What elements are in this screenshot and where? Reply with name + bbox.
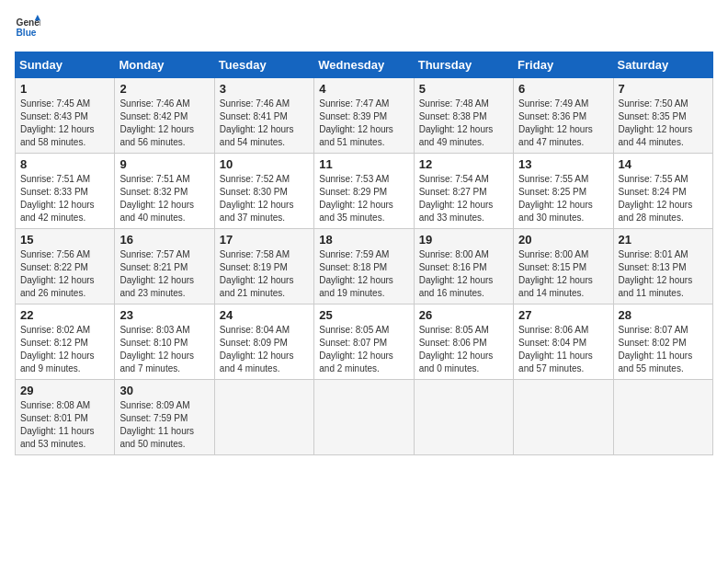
day-number: 2	[119, 82, 209, 96]
calendar-day-cell	[214, 380, 313, 455]
day-info: Sunrise: 8:00 AM Sunset: 8:15 PM Dayligh…	[518, 248, 608, 300]
calendar-week-row: 29 Sunrise: 8:08 AM Sunset: 8:01 PM Dayl…	[16, 380, 713, 455]
day-info: Sunrise: 7:48 AM Sunset: 8:38 PM Dayligh…	[419, 98, 508, 149]
day-info: Sunrise: 7:51 AM Sunset: 8:32 PM Dayligh…	[119, 173, 209, 224]
day-number: 7	[619, 82, 708, 96]
day-number: 27	[518, 308, 608, 322]
calendar-day-cell: 30 Sunrise: 8:09 AM Sunset: 7:59 PM Dayl…	[115, 380, 214, 455]
calendar-day-cell: 11 Sunrise: 7:53 AM Sunset: 8:29 PM Dayl…	[314, 154, 414, 229]
calendar-day-cell	[414, 380, 513, 455]
day-info: Sunrise: 7:56 AM Sunset: 8:22 PM Dayligh…	[20, 248, 109, 300]
calendar-day-cell: 13 Sunrise: 7:55 AM Sunset: 8:25 PM Dayl…	[514, 154, 613, 229]
day-info: Sunrise: 7:55 AM Sunset: 8:24 PM Dayligh…	[619, 173, 708, 224]
day-number: 26	[419, 308, 508, 322]
calendar-day-cell: 1 Sunrise: 7:45 AM Sunset: 8:43 PM Dayli…	[16, 78, 115, 154]
day-info: Sunrise: 7:54 AM Sunset: 8:27 PM Dayligh…	[419, 173, 508, 224]
day-info: Sunrise: 7:46 AM Sunset: 8:41 PM Dayligh…	[220, 98, 309, 149]
calendar-day-cell: 15 Sunrise: 7:56 AM Sunset: 8:22 PM Dayl…	[16, 229, 115, 304]
day-number: 24	[220, 308, 309, 322]
calendar-day-cell: 17 Sunrise: 7:58 AM Sunset: 8:19 PM Dayl…	[214, 229, 313, 304]
day-info: Sunrise: 7:51 AM Sunset: 8:33 PM Dayligh…	[20, 173, 109, 224]
day-number: 5	[419, 82, 508, 96]
calendar-week-row: 8 Sunrise: 7:51 AM Sunset: 8:33 PM Dayli…	[16, 154, 713, 229]
calendar-day-cell: 18 Sunrise: 7:59 AM Sunset: 8:18 PM Dayl…	[314, 229, 414, 304]
day-info: Sunrise: 7:55 AM Sunset: 8:25 PM Dayligh…	[518, 173, 608, 224]
day-info: Sunrise: 8:09 AM Sunset: 7:59 PM Dayligh…	[119, 399, 209, 451]
day-number: 19	[419, 233, 508, 247]
day-number: 12	[419, 157, 508, 171]
calendar-day-cell: 23 Sunrise: 8:03 AM Sunset: 8:10 PM Dayl…	[115, 304, 214, 380]
day-info: Sunrise: 7:57 AM Sunset: 8:21 PM Dayligh…	[119, 248, 209, 300]
logo: General Blue	[15, 15, 40, 40]
calendar-day-cell: 21 Sunrise: 8:01 AM Sunset: 8:13 PM Dayl…	[613, 229, 712, 304]
calendar-day-cell: 6 Sunrise: 7:49 AM Sunset: 8:36 PM Dayli…	[514, 78, 613, 154]
weekday-header-row: SundayMondayTuesdayWednesdayThursdayFrid…	[16, 52, 713, 78]
day-number: 15	[20, 233, 109, 247]
day-info: Sunrise: 7:49 AM Sunset: 8:36 PM Dayligh…	[518, 98, 608, 149]
weekday-header: Monday	[115, 52, 214, 78]
calendar-day-cell: 16 Sunrise: 7:57 AM Sunset: 8:21 PM Dayl…	[115, 229, 214, 304]
calendar-day-cell: 14 Sunrise: 7:55 AM Sunset: 8:24 PM Dayl…	[613, 154, 712, 229]
calendar-day-cell: 5 Sunrise: 7:48 AM Sunset: 8:38 PM Dayli…	[414, 78, 513, 154]
calendar-table: SundayMondayTuesdayWednesdayThursdayFrid…	[15, 52, 713, 455]
day-info: Sunrise: 8:02 AM Sunset: 8:12 PM Dayligh…	[20, 324, 109, 375]
calendar-day-cell: 26 Sunrise: 8:05 AM Sunset: 8:06 PM Dayl…	[414, 304, 513, 380]
calendar-day-cell: 20 Sunrise: 8:00 AM Sunset: 8:15 PM Dayl…	[514, 229, 613, 304]
day-number: 22	[20, 308, 109, 322]
day-number: 25	[319, 308, 408, 322]
day-number: 23	[119, 308, 209, 322]
day-info: Sunrise: 8:00 AM Sunset: 8:16 PM Dayligh…	[419, 248, 508, 300]
day-info: Sunrise: 7:58 AM Sunset: 8:19 PM Dayligh…	[220, 248, 309, 300]
day-info: Sunrise: 8:08 AM Sunset: 8:01 PM Dayligh…	[20, 399, 109, 451]
calendar-week-row: 22 Sunrise: 8:02 AM Sunset: 8:12 PM Dayl…	[16, 304, 713, 380]
weekday-header: Sunday	[16, 52, 115, 78]
day-info: Sunrise: 8:06 AM Sunset: 8:04 PM Dayligh…	[518, 324, 608, 375]
day-info: Sunrise: 8:07 AM Sunset: 8:02 PM Dayligh…	[619, 324, 708, 375]
day-info: Sunrise: 7:53 AM Sunset: 8:29 PM Dayligh…	[319, 173, 408, 224]
calendar-day-cell: 27 Sunrise: 8:06 AM Sunset: 8:04 PM Dayl…	[514, 304, 613, 380]
day-number: 4	[319, 82, 408, 96]
calendar-day-cell: 8 Sunrise: 7:51 AM Sunset: 8:33 PM Dayli…	[16, 154, 115, 229]
day-info: Sunrise: 8:04 AM Sunset: 8:09 PM Dayligh…	[220, 324, 309, 375]
day-number: 17	[220, 233, 309, 247]
svg-text:Blue: Blue	[17, 28, 37, 38]
day-number: 20	[518, 233, 608, 247]
page-header: General Blue	[15, 15, 713, 40]
calendar-day-cell: 24 Sunrise: 8:04 AM Sunset: 8:09 PM Dayl…	[214, 304, 313, 380]
calendar-day-cell: 22 Sunrise: 8:02 AM Sunset: 8:12 PM Dayl…	[16, 304, 115, 380]
day-number: 21	[619, 233, 708, 247]
day-info: Sunrise: 7:46 AM Sunset: 8:42 PM Dayligh…	[119, 98, 209, 149]
calendar-day-cell: 10 Sunrise: 7:52 AM Sunset: 8:30 PM Dayl…	[214, 154, 313, 229]
day-info: Sunrise: 7:47 AM Sunset: 8:39 PM Dayligh…	[319, 98, 408, 149]
calendar-day-cell: 19 Sunrise: 8:00 AM Sunset: 8:16 PM Dayl…	[414, 229, 513, 304]
day-number: 30	[119, 384, 209, 397]
day-info: Sunrise: 7:50 AM Sunset: 8:35 PM Dayligh…	[619, 98, 708, 149]
calendar-day-cell	[613, 380, 712, 455]
day-number: 28	[619, 308, 708, 322]
logo-icon: General Blue	[15, 15, 40, 40]
day-number: 16	[119, 233, 209, 247]
day-number: 14	[619, 157, 708, 171]
calendar-day-cell: 2 Sunrise: 7:46 AM Sunset: 8:42 PM Dayli…	[115, 78, 214, 154]
day-info: Sunrise: 8:03 AM Sunset: 8:10 PM Dayligh…	[119, 324, 209, 375]
day-info: Sunrise: 7:52 AM Sunset: 8:30 PM Dayligh…	[220, 173, 309, 224]
weekday-header: Thursday	[414, 52, 513, 78]
calendar-day-cell: 7 Sunrise: 7:50 AM Sunset: 8:35 PM Dayli…	[613, 78, 712, 154]
weekday-header: Saturday	[613, 52, 712, 78]
calendar-day-cell: 29 Sunrise: 8:08 AM Sunset: 8:01 PM Dayl…	[16, 380, 115, 455]
calendar-day-cell: 12 Sunrise: 7:54 AM Sunset: 8:27 PM Dayl…	[414, 154, 513, 229]
day-number: 13	[518, 157, 608, 171]
weekday-header: Wednesday	[314, 52, 414, 78]
calendar-day-cell: 4 Sunrise: 7:47 AM Sunset: 8:39 PM Dayli…	[314, 78, 414, 154]
calendar-day-cell	[514, 380, 613, 455]
day-info: Sunrise: 8:01 AM Sunset: 8:13 PM Dayligh…	[619, 248, 708, 300]
calendar-week-row: 1 Sunrise: 7:45 AM Sunset: 8:43 PM Dayli…	[16, 78, 713, 154]
day-number: 18	[319, 233, 408, 247]
day-number: 10	[220, 157, 309, 171]
day-number: 29	[20, 384, 109, 397]
day-info: Sunrise: 8:05 AM Sunset: 8:07 PM Dayligh…	[319, 324, 408, 375]
calendar-day-cell: 28 Sunrise: 8:07 AM Sunset: 8:02 PM Dayl…	[613, 304, 712, 380]
day-number: 3	[220, 82, 309, 96]
calendar-day-cell	[314, 380, 414, 455]
weekday-header: Friday	[514, 52, 613, 78]
